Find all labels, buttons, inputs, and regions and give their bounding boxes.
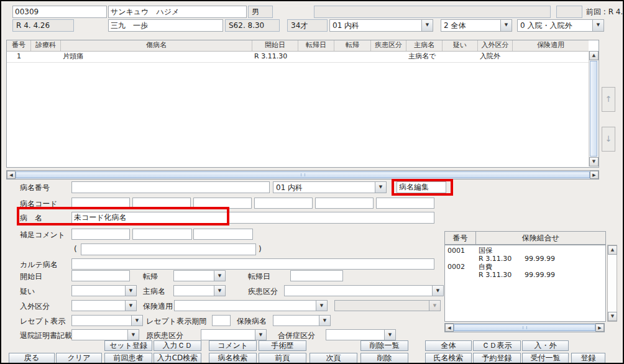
byomei-code-input-6[interactable] — [376, 198, 434, 209]
cell-disease-class — [371, 52, 406, 62]
chevron-down-icon[interactable]: ▼ — [214, 271, 225, 281]
tenki-select[interactable]: ▼ — [173, 270, 226, 281]
shikkan-kubun-select[interactable]: ▼ — [284, 285, 444, 296]
inout-select[interactable]: 0 入院・入院外 ▼ — [517, 19, 604, 32]
hosoku-input-2[interactable] — [132, 229, 192, 240]
prev-patient-button[interactable]: 前回患者 — [104, 353, 152, 363]
chevron-down-icon[interactable]: ▼ — [384, 330, 395, 340]
chevron-down-icon[interactable]: ▼ — [432, 286, 443, 296]
chevron-down-icon[interactable]: ▼ — [421, 20, 433, 31]
next-page-button[interactable]: 次頁 — [310, 353, 357, 363]
scrollbar-thumb[interactable] — [590, 61, 597, 157]
scroll-right-icon[interactable]: ▶ — [590, 171, 599, 179]
back-button[interactable]: 戻る — [9, 353, 55, 363]
tenkibi-input[interactable] — [290, 270, 343, 281]
chevron-down-icon[interactable]: ▼ — [214, 286, 225, 296]
receipt-display-label: レセプト表示 — [20, 317, 65, 326]
clear-button[interactable]: クリア — [56, 353, 102, 363]
chevron-down-icon[interactable]: ▼ — [500, 20, 512, 31]
gappeisho-select[interactable]: ▼ — [326, 329, 396, 340]
chevron-down-icon[interactable]: ▼ — [125, 301, 136, 311]
byomei-code-input-5[interactable] — [315, 198, 374, 209]
start-date-input[interactable] — [71, 270, 130, 281]
scroll-down-icon[interactable]: ▼ — [589, 157, 599, 166]
set-register-button[interactable]: セット登録 — [104, 340, 152, 351]
hoken-tekiyo-label: 保険適用 — [143, 302, 173, 311]
byomei-search-button[interactable]: 病名検索 — [209, 353, 257, 363]
delete-list-button[interactable]: 削除一覧 — [360, 340, 408, 351]
karte-byomei-input[interactable] — [71, 258, 434, 270]
cd-display-button[interactable]: ＣＤ表示 — [473, 340, 521, 351]
scroll-right-icon[interactable]: ▶ — [595, 324, 604, 332]
utagai-label: 疑い — [20, 287, 35, 296]
list-item[interactable]: 0002 自費 — [445, 263, 605, 271]
reserve-register-button[interactable]: 予約登録 — [473, 353, 521, 363]
insurance-vertical-scrollbar[interactable]: ▲ ▼ — [607, 245, 617, 322]
shubyomei-select[interactable]: ▼ — [173, 285, 226, 296]
insurance-horizontal-scrollbar[interactable]: ◀ ▶ — [444, 323, 605, 332]
patient-kana-field[interactable] — [108, 6, 247, 18]
comment-detail-input[interactable] — [81, 243, 256, 255]
form-department-select[interactable]: 01 内科 ▼ — [273, 181, 387, 193]
zentai-button[interactable]: 全体 — [425, 340, 472, 351]
list-item[interactable]: 0001 国保 — [445, 247, 605, 255]
chevron-down-icon[interactable]: ▼ — [319, 316, 330, 325]
scroll-left-icon[interactable]: ◀ — [445, 324, 454, 332]
chevron-down-icon[interactable]: ▼ — [131, 316, 142, 325]
table-row[interactable]: 1 片頭痛 R 3.11.30 主病名で 入院外 — [7, 52, 589, 63]
taiin-shomeisho-select[interactable]: ▼ — [71, 329, 139, 340]
scroll-up-icon[interactable]: ▲ — [608, 245, 617, 255]
byomei-input[interactable] — [71, 212, 434, 224]
chevron-down-icon[interactable]: ▼ — [127, 330, 139, 340]
surgery-history-button[interactable]: 手術歴 — [259, 340, 306, 351]
chevron-down-icon[interactable]: ▼ — [592, 20, 603, 31]
reception-list-button[interactable]: 受付一覧 — [522, 353, 569, 363]
cell-end-date — [298, 52, 334, 62]
patient-id-field[interactable] — [12, 6, 107, 18]
utagai-select[interactable]: ▼ — [71, 285, 137, 296]
table-vertical-scrollbar[interactable]: ▲ ▼ — [589, 51, 598, 166]
scroll-left-icon[interactable]: ◀ — [7, 171, 16, 179]
chevron-down-icon[interactable]: ▼ — [316, 301, 327, 311]
nyugai-kubun-select[interactable]: ▼ — [71, 300, 137, 311]
byomei-code-input-2[interactable] — [132, 198, 191, 209]
byomei-code-input-1[interactable] — [71, 198, 130, 209]
byomei-code-input-3[interactable] — [193, 198, 252, 209]
insurance-name: 自費 — [479, 263, 525, 271]
prev-page-button[interactable]: 前頁 — [259, 353, 306, 363]
byomei-bango-input[interactable] — [71, 181, 270, 193]
hoken-byomei-select[interactable]: ▼ — [273, 315, 331, 326]
chevron-down-icon[interactable]: ▼ — [255, 330, 266, 340]
hoken-tekiyo-select[interactable]: ▼ — [174, 300, 328, 311]
patient-name-field[interactable] — [108, 19, 223, 32]
delete-button[interactable]: 削除 — [360, 353, 408, 363]
input-cd-search-button[interactable]: 入力CD検索 — [154, 353, 201, 363]
cell-disease-name: 片頭痛 — [61, 52, 252, 62]
move-row-down-button[interactable]: ↓ — [602, 127, 615, 152]
scrollbar-thumb[interactable] — [454, 324, 595, 331]
chevron-down-icon[interactable]: ▼ — [375, 182, 386, 193]
cell-inout: 入院外 — [478, 52, 513, 62]
scope-select[interactable]: 2 全体 ▼ — [441, 19, 512, 32]
receipt-period-input[interactable] — [212, 315, 231, 326]
form-department-value: 01 内科 — [276, 183, 303, 193]
scrollbar-thumb[interactable] — [16, 171, 590, 178]
scroll-down-icon[interactable]: ▼ — [608, 312, 617, 321]
input-cd-button[interactable]: 入力ＣＤ — [154, 340, 201, 351]
department-select[interactable]: 01 内科 ▼ — [329, 19, 433, 32]
hosoku-input-3[interactable] — [193, 229, 253, 240]
byomei-edit-field[interactable] — [397, 181, 446, 193]
in-out-button[interactable]: 入・外 — [522, 340, 569, 351]
register-button[interactable]: 登録 — [571, 353, 605, 363]
move-row-up-button[interactable]: ↑ — [602, 87, 615, 112]
hosoku-input-1[interactable] — [71, 229, 130, 240]
comment-button[interactable]: コメント — [209, 340, 257, 351]
name-search-button[interactable]: 氏名検索 — [425, 353, 472, 363]
receipt-display-select[interactable]: ▼ — [71, 315, 143, 326]
scroll-up-icon[interactable]: ▲ — [589, 51, 599, 60]
genshikkan-select[interactable]: ▼ — [201, 329, 267, 340]
table-horizontal-scrollbar[interactable]: ◀ ▶ — [6, 170, 599, 180]
byomei-code-input-4[interactable] — [254, 198, 313, 209]
insurance-list[interactable]: 0001 国保 R 3.11.30 99.99.99 0002 自費 R 3.1… — [444, 245, 606, 322]
chevron-down-icon[interactable]: ▼ — [125, 286, 136, 296]
